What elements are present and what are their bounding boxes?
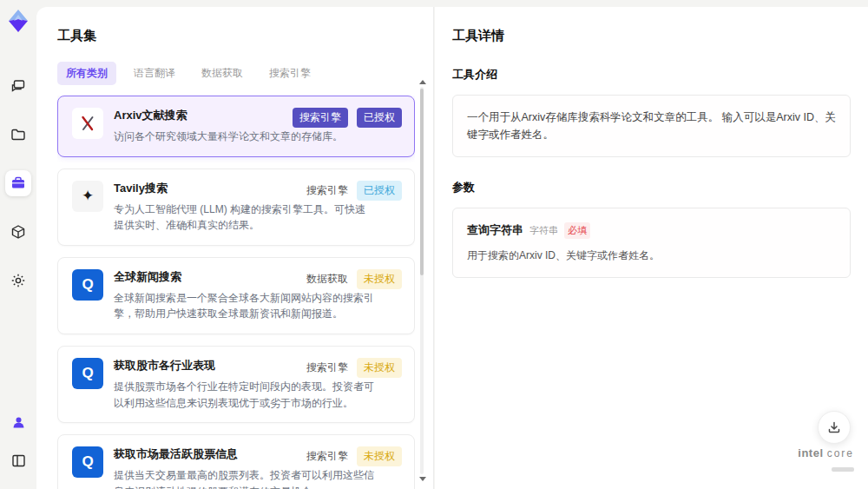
scroll-up-arrow-icon[interactable] bbox=[419, 80, 426, 84]
auth-status-badge: 已授权 bbox=[357, 181, 402, 201]
sidebar bbox=[0, 0, 36, 489]
intel-badge-bar bbox=[832, 467, 854, 472]
app-logo-icon bbox=[7, 9, 30, 33]
list-scrollbar bbox=[419, 80, 424, 481]
intel-core-logo: intel core bbox=[798, 446, 854, 475]
intel-wordmark: intel bbox=[798, 446, 823, 459]
tool-description: 全球新闻搜索是一个聚合全球各大新闻网站内容的搜索引擎，帮助用户快速获取全球最新资… bbox=[114, 290, 374, 322]
cube-icon bbox=[10, 224, 26, 240]
auth-status-badge: 已授权 bbox=[357, 108, 402, 128]
chat-icon bbox=[10, 78, 26, 94]
tool-detail-panel: 工具详情 工具介绍 一个用于从Arxiv存储库搜索科学论文和文章的工具。 输入可… bbox=[435, 7, 868, 489]
scroll-down-arrow-icon[interactable] bbox=[419, 477, 426, 481]
tool-card-global-news[interactable]: Q 全球新闻搜索 全球新闻搜索是一个聚合全球各大新闻网站内容的搜索引擎，帮助用户… bbox=[57, 257, 415, 334]
panel-toggle-button[interactable] bbox=[5, 447, 31, 473]
tab-language-translation[interactable]: 语言翻译 bbox=[125, 62, 184, 85]
panel-icon bbox=[11, 453, 26, 468]
folder-icon bbox=[10, 127, 26, 142]
sidebar-bottom bbox=[0, 409, 36, 473]
tab-data-fetch[interactable]: 数据获取 bbox=[193, 62, 252, 85]
tool-card-arxiv[interactable]: Arxiv文献搜索 访问各个研究领域大量科学论文和文章的存储库。 搜索引擎 已授… bbox=[57, 96, 415, 157]
download-button[interactable] bbox=[818, 411, 851, 444]
tool-list: Arxiv文献搜索 访问各个研究领域大量科学论文和文章的存储库。 搜索引擎 已授… bbox=[57, 96, 415, 489]
intro-heading: 工具介绍 bbox=[452, 67, 851, 83]
tavily-sparkle-icon: ✦ bbox=[72, 181, 103, 212]
news-app-icon: Q bbox=[72, 446, 103, 478]
account-button[interactable] bbox=[5, 409, 31, 435]
tool-description: 提供当天交易量最高的股票列表。投资者可以利用这些信息来识别流动性强的股票和潜在的… bbox=[114, 467, 374, 489]
core-wordmark: core bbox=[827, 447, 854, 459]
avatar-icon bbox=[11, 415, 26, 430]
sidebar-item-models[interactable] bbox=[5, 219, 31, 245]
tab-search-engine[interactable]: 搜索引擎 bbox=[260, 62, 319, 85]
sidebar-nav bbox=[5, 73, 31, 294]
category-label: 搜索引擎 bbox=[306, 360, 348, 375]
tool-description: 提供股票市场各个行业在特定时间段内的表现。投资者可以利用这些信息来识别表现优于或… bbox=[114, 379, 374, 411]
page-title: 工具集 bbox=[57, 28, 433, 44]
param-box: 查询字符串 字符串 必填 用于搜索的Arxiv ID、关键字或作者姓名。 bbox=[452, 208, 851, 278]
gear-icon bbox=[10, 273, 26, 288]
sidebar-item-files[interactable] bbox=[5, 122, 31, 148]
sidebar-item-settings[interactable] bbox=[5, 268, 31, 294]
sidebar-item-chat[interactable] bbox=[5, 73, 31, 99]
category-badge: 搜索引擎 bbox=[293, 108, 348, 128]
param-required-badge: 必填 bbox=[564, 222, 590, 240]
auth-status-badge: 未授权 bbox=[357, 446, 402, 466]
tool-card-tavily[interactable]: ✦ Tavily搜索 专为人工智能代理 (LLM) 构建的搜索引擎工具。可快速提… bbox=[57, 169, 415, 246]
news-app-icon: Q bbox=[72, 358, 103, 389]
params-heading: 参数 bbox=[452, 180, 851, 195]
scrollbar-thumb[interactable] bbox=[420, 89, 424, 275]
category-label: 数据获取 bbox=[306, 272, 348, 287]
app-window: 工具集 所有类别 语言翻译 数据获取 搜索引擎 Arxiv文献搜索 访问各个研究… bbox=[0, 0, 868, 489]
tool-description: 访问各个研究领域大量科学论文和文章的存储库。 bbox=[114, 129, 374, 145]
auth-status-badge: 未授权 bbox=[357, 358, 402, 378]
category-tabs: 所有类别 语言翻译 数据获取 搜索引擎 bbox=[57, 62, 433, 85]
param-type: 字符串 bbox=[529, 223, 558, 239]
category-label: 搜索引擎 bbox=[306, 183, 348, 198]
intro-text: 一个用于从Arxiv存储库搜索科学论文和文章的工具。 输入可以是Arxiv ID… bbox=[467, 111, 836, 141]
news-app-icon: Q bbox=[72, 269, 103, 301]
arxiv-logo-icon bbox=[72, 108, 103, 139]
sidebar-item-toolbox[interactable] bbox=[5, 170, 31, 196]
download-icon bbox=[827, 420, 841, 434]
tool-card-sector-performance[interactable]: Q 获取股市各行业表现 提供股票市场各个行业在特定时间段内的表现。投资者可以利用… bbox=[57, 346, 415, 423]
tool-list-panel: 工具集 所有类别 语言翻译 数据获取 搜索引擎 Arxiv文献搜索 访问各个研究… bbox=[36, 7, 434, 489]
param-name: 查询字符串 bbox=[467, 221, 523, 240]
briefcase-icon bbox=[10, 175, 26, 191]
category-label: 搜索引擎 bbox=[306, 449, 348, 464]
tool-description: 专为人工智能代理 (LLM) 构建的搜索引擎工具。可快速提供实时、准确和真实的结… bbox=[114, 202, 374, 234]
tool-card-most-active-stocks[interactable]: Q 获取市场最活跃股票信息 提供当天交易量最高的股票列表。投资者可以利用这些信息… bbox=[57, 434, 415, 489]
detail-title: 工具详情 bbox=[452, 28, 851, 44]
auth-status-badge: 未授权 bbox=[357, 269, 402, 289]
intro-box: 一个用于从Arxiv存储库搜索科学论文和文章的工具。 输入可以是Arxiv ID… bbox=[452, 95, 851, 157]
param-description: 用于搜索的Arxiv ID、关键字或作者姓名。 bbox=[467, 248, 836, 264]
tab-all-categories[interactable]: 所有类别 bbox=[57, 62, 116, 85]
